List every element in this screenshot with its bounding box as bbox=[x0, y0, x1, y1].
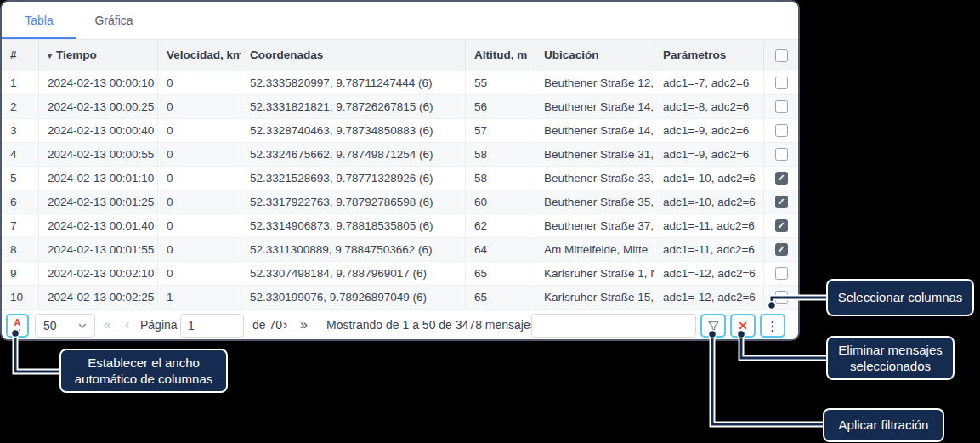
header-location[interactable]: Ubicación bbox=[535, 40, 654, 71]
cell-checkbox bbox=[764, 143, 798, 166]
cell-coords: 52.3317922763, 9.78792786598 (6) bbox=[241, 190, 466, 213]
apply-filter-button[interactable] bbox=[700, 314, 726, 338]
cell-coords: 52.3328740463, 9.78734850883 (6) bbox=[241, 119, 466, 142]
cell-num: 10 bbox=[2, 286, 39, 309]
header-time[interactable]: ▾Tiempo bbox=[39, 40, 158, 71]
auto-column-width-button[interactable]: A ↔ bbox=[6, 314, 29, 338]
cell-location: Beuthener Straße 37, bbox=[535, 214, 654, 237]
cell-altitude: 58 bbox=[466, 143, 535, 166]
cell-checkbox bbox=[764, 286, 798, 309]
funnel-icon bbox=[707, 320, 720, 332]
cell-time: 2024-02-13 00:00:10 bbox=[39, 71, 158, 94]
header-coords[interactable]: Coordenadas bbox=[241, 40, 466, 71]
select-columns-button[interactable]: ⋮ bbox=[760, 314, 785, 338]
total-pages-label: de 70 bbox=[252, 310, 282, 339]
cell-speed: 0 bbox=[158, 71, 241, 94]
row-checkbox[interactable] bbox=[775, 100, 788, 113]
cell-time: 2024-02-13 00:00:55 bbox=[39, 143, 158, 166]
last-page-button[interactable]: » bbox=[300, 310, 308, 339]
row-checkbox[interactable] bbox=[775, 291, 788, 304]
page-size-select[interactable]: 50 bbox=[35, 314, 95, 338]
tab-grafica[interactable]: Gráfica bbox=[76, 2, 151, 39]
row-checkbox[interactable]: ✓ bbox=[775, 219, 788, 232]
cell-coords: 52.3324675662, 9.78749871254 (6) bbox=[241, 143, 466, 166]
header-num[interactable]: # bbox=[2, 40, 39, 71]
cell-speed: 0 bbox=[158, 119, 241, 142]
cell-coords: 52.3307498184, 9.7887969017 (6) bbox=[241, 262, 466, 285]
cell-location: Am Mittelfelde, Mitte bbox=[535, 238, 654, 261]
cell-location: Beuthener Straße 31, bbox=[535, 143, 654, 166]
callout-select-columns: Seleccionar columnas bbox=[826, 279, 974, 316]
table-row[interactable]: 1 2024-02-13 00:00:10 0 52.3335820997, 9… bbox=[2, 71, 798, 95]
tab-tabla[interactable]: Tabla bbox=[2, 2, 76, 39]
next-page-button[interactable]: › bbox=[283, 310, 287, 339]
row-checkbox[interactable]: ✓ bbox=[775, 172, 788, 185]
messages-window: Tabla Gráfica # ▾Tiempo Velocidad, km/h … bbox=[0, 0, 800, 341]
cell-coords: 52.3321528693, 9.78771328926 (6) bbox=[241, 167, 466, 190]
sort-desc-icon: ▾ bbox=[48, 51, 52, 60]
cell-location: Beuthener Straße 14, bbox=[535, 95, 654, 118]
row-checkbox[interactable]: ✓ bbox=[775, 196, 788, 208]
cell-location: Beuthener Straße 14, bbox=[535, 119, 654, 142]
table-row[interactable]: 3 2024-02-13 00:00:40 0 52.3328740463, 9… bbox=[2, 119, 798, 143]
cell-time: 2024-02-13 00:01:10 bbox=[39, 167, 158, 190]
cell-altitude: 57 bbox=[466, 119, 535, 142]
showing-status: Mostrando de 1 a 50 de 3478 mensajes bbox=[326, 310, 536, 339]
cell-altitude: 65 bbox=[466, 286, 535, 309]
cell-time: 2024-02-13 00:02:25 bbox=[39, 286, 158, 309]
cell-altitude: 64 bbox=[466, 238, 535, 261]
page-number-input[interactable] bbox=[180, 314, 244, 338]
cell-num: 9 bbox=[2, 262, 39, 285]
cell-params: adc1=-12, adc2=6 bbox=[654, 286, 764, 309]
header-params[interactable]: Parámetros bbox=[654, 40, 764, 71]
callout-auto-column-width: Establecer el ancho automático de column… bbox=[59, 349, 228, 393]
tab-bar: Tabla Gráfica bbox=[2, 2, 798, 40]
table-row[interactable]: 6 2024-02-13 00:01:25 0 52.3317922763, 9… bbox=[2, 190, 798, 214]
cell-location: Karlsruher Straße 15, bbox=[535, 286, 654, 309]
cell-location: Beuthener Straße 33, bbox=[535, 167, 654, 190]
prev-page-button[interactable]: ‹ bbox=[125, 310, 129, 339]
cell-time: 2024-02-13 00:01:25 bbox=[39, 190, 158, 213]
row-checkbox[interactable] bbox=[775, 267, 788, 280]
cell-checkbox bbox=[764, 95, 798, 118]
table-row[interactable]: 5 2024-02-13 00:01:10 0 52.3321528693, 9… bbox=[2, 167, 798, 190]
cell-speed: 0 bbox=[158, 262, 241, 285]
first-page-button[interactable]: « bbox=[104, 310, 111, 339]
table-row[interactable]: 7 2024-02-13 00:01:40 0 52.3314906873, 9… bbox=[2, 214, 798, 238]
cell-checkbox: ✓ bbox=[764, 167, 798, 190]
filter-input[interactable] bbox=[531, 314, 696, 338]
cell-speed: 0 bbox=[158, 95, 241, 118]
cell-params: adc1=-10, adc2=6 bbox=[654, 190, 764, 213]
cell-speed: 1 bbox=[158, 286, 241, 309]
cell-coords: 52.3314906873, 9.78818535805 (6) bbox=[241, 214, 466, 237]
cell-num: 1 bbox=[2, 71, 39, 94]
select-all-checkbox[interactable] bbox=[775, 49, 788, 62]
cell-speed: 0 bbox=[158, 214, 241, 237]
chevron-down-icon bbox=[78, 323, 87, 328]
cell-location: Karlsruher Straße 1, N bbox=[535, 262, 654, 285]
table-row[interactable]: 2 2024-02-13 00:00:25 0 52.3331821821, 9… bbox=[2, 95, 798, 119]
row-checkbox[interactable] bbox=[775, 77, 788, 89]
cell-coords: 52.3331821821, 9.78726267815 (6) bbox=[241, 95, 466, 118]
table-row[interactable]: 8 2024-02-13 00:01:55 0 52.3311300889, 9… bbox=[2, 238, 798, 262]
row-checkbox[interactable] bbox=[775, 148, 788, 161]
cell-num: 2 bbox=[2, 95, 39, 118]
cell-params: adc1=-9, adc2=6 bbox=[654, 119, 764, 142]
cell-num: 7 bbox=[2, 214, 39, 237]
row-checkbox[interactable]: ✓ bbox=[775, 243, 788, 256]
cell-altitude: 56 bbox=[466, 95, 535, 118]
cell-speed: 0 bbox=[158, 143, 241, 166]
cell-altitude: 65 bbox=[466, 262, 535, 285]
header-altitude[interactable]: Altitud, m bbox=[466, 40, 535, 71]
bottom-toolbar: A ↔ 50 « ‹ Página de 70 › » Mostrando de… bbox=[2, 310, 798, 339]
page-size-value: 50 bbox=[43, 319, 57, 332]
delete-x-icon: ✕ bbox=[738, 319, 748, 332]
cell-coords: 52.3311300889, 9.78847503662 (6) bbox=[241, 238, 466, 261]
cell-num: 5 bbox=[2, 167, 39, 190]
table-row[interactable]: 10 2024-02-13 00:02:25 1 52.330199076, 9… bbox=[2, 286, 798, 310]
table-row[interactable]: 4 2024-02-13 00:00:55 0 52.3324675662, 9… bbox=[2, 143, 798, 167]
row-checkbox[interactable] bbox=[775, 124, 788, 137]
table-row[interactable]: 9 2024-02-13 00:02:10 0 52.3307498184, 9… bbox=[2, 262, 798, 286]
delete-selected-button[interactable]: ✕ bbox=[730, 314, 756, 338]
header-speed[interactable]: Velocidad, km/h bbox=[158, 40, 241, 71]
